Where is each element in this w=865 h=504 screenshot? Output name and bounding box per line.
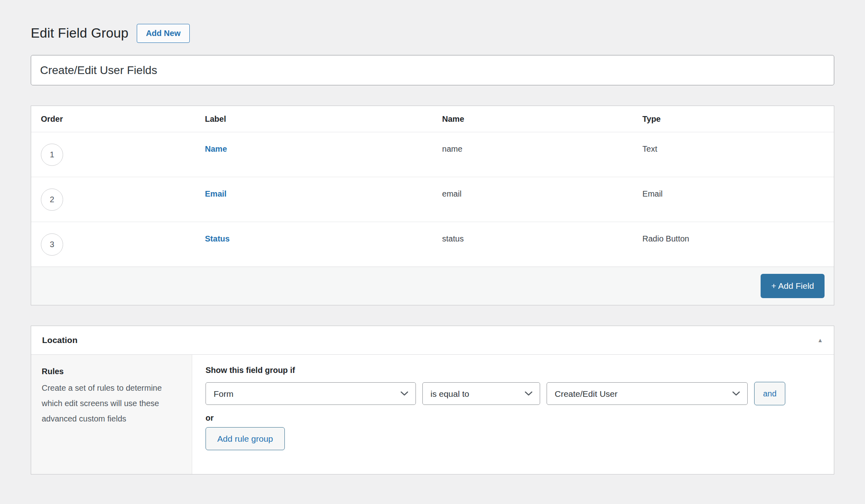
location-panel-header: Location ▲ — [31, 326, 834, 355]
location-panel-body: Rules Create a set of rules to determine… — [31, 355, 834, 474]
fields-table-footer: + Add Field — [31, 267, 834, 305]
rule-row: Form is equal to — [206, 382, 834, 405]
and-rule-button[interactable]: and — [754, 382, 785, 405]
field-row-status: 3 Status status Radio Button — [31, 222, 834, 267]
fields-table-header: Order Label Name Type — [31, 106, 834, 132]
column-header-name: Name — [442, 114, 642, 124]
column-header-type: Type — [642, 114, 834, 124]
column-header-label: Label — [205, 114, 442, 124]
add-new-button[interactable]: Add New — [137, 24, 190, 43]
rule-builder: Show this field group if Form is equal t… — [192, 355, 834, 474]
field-row-name: 1 Name name Text — [31, 132, 834, 177]
field-type-value: Text — [642, 132, 834, 154]
order-handle[interactable]: 2 — [41, 188, 63, 211]
fields-table-panel: Order Label Name Type 1 Name name Text 2… — [31, 106, 834, 305]
add-rule-group-button[interactable]: Add rule group — [206, 427, 285, 450]
location-panel: Location ▲ Rules Create a set of rules t… — [31, 326, 834, 474]
field-label-link[interactable]: Email — [205, 189, 227, 198]
field-label-link[interactable]: Name — [205, 144, 227, 153]
rules-sidebar: Rules Create a set of rules to determine… — [31, 355, 192, 474]
add-field-button[interactable]: + Add Field — [761, 274, 825, 298]
rule-param-select[interactable]: Form — [206, 382, 416, 405]
page-title-row: Edit Field Group Add New — [31, 23, 834, 44]
field-type-value: Email — [642, 177, 834, 199]
order-handle[interactable]: 1 — [41, 144, 63, 166]
field-name-value: name — [442, 132, 642, 154]
field-type-value: Radio Button — [642, 222, 834, 244]
field-row-email: 2 Email email Email — [31, 177, 834, 222]
rule-operator-select[interactable]: is equal to — [422, 382, 540, 405]
location-panel-title: Location — [42, 335, 78, 345]
field-label-link[interactable]: Status — [205, 234, 230, 243]
field-name-value: status — [442, 222, 642, 244]
field-group-title-input[interactable] — [31, 55, 834, 85]
rules-heading: Rules — [42, 367, 181, 376]
show-if-label: Show this field group if — [206, 366, 834, 375]
column-header-order: Order — [31, 114, 205, 124]
field-name-value: email — [442, 177, 642, 199]
rules-description: Create a set of rules to determine which… — [42, 380, 163, 426]
rule-value-select[interactable]: Create/Edit User — [547, 382, 748, 405]
edit-field-group-page: Edit Field Group Add New Order Label Nam… — [0, 0, 865, 474]
or-label: or — [206, 413, 834, 423]
collapse-arrow-icon[interactable]: ▲ — [817, 337, 823, 343]
page-title: Edit Field Group — [31, 25, 129, 41]
order-handle[interactable]: 3 — [41, 233, 63, 256]
